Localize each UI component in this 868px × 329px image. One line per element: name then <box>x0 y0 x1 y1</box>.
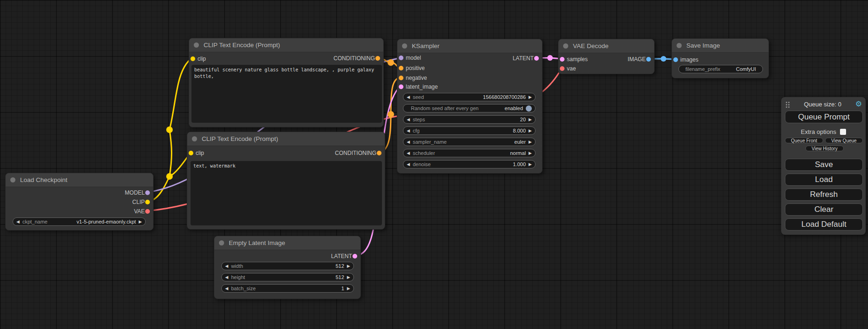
decrement-arrow-icon[interactable]: ◀ <box>407 118 410 122</box>
node-empty-latent-image[interactable]: Empty Latent Image LATENT ◀ width 512 ▶ … <box>214 236 361 299</box>
increment-arrow-icon[interactable]: ▶ <box>347 275 350 280</box>
decrement-arrow-icon[interactable]: ◀ <box>407 129 410 133</box>
node-clip-text-encode-positive[interactable]: CLIP Text Encode (Prompt) clip CONDITION… <box>189 38 384 127</box>
increment-arrow-icon[interactable]: ▶ <box>347 287 350 291</box>
input-slot-latent-image[interactable]: latent_image <box>397 82 542 91</box>
vae-port-icon[interactable] <box>145 209 150 214</box>
collapse-dot-icon[interactable] <box>194 42 199 48</box>
node-title-bar[interactable]: Save Image <box>672 39 769 53</box>
collapse-dot-icon[interactable] <box>10 177 15 182</box>
prompt-textarea[interactable]: text, watermark <box>191 161 382 225</box>
increment-arrow-icon[interactable]: ▶ <box>347 264 350 268</box>
drag-handle-icon[interactable] <box>785 101 790 108</box>
node-title-bar[interactable]: VAE Decode <box>558 39 654 53</box>
prompt-textarea[interactable]: beautiful scenery nature glass bottle la… <box>191 65 382 123</box>
increment-arrow-icon[interactable]: ▶ <box>529 151 532 155</box>
steps-widget[interactable]: ◀ steps 20 ▶ <box>403 115 536 124</box>
extra-options-checkbox[interactable] <box>840 129 846 135</box>
view-queue-button[interactable]: View Queue <box>825 138 863 143</box>
image-port-icon[interactable] <box>646 57 651 62</box>
load-button[interactable]: Load <box>785 174 863 186</box>
decrement-arrow-icon[interactable]: ◀ <box>407 140 410 144</box>
conditioning-port-icon[interactable] <box>375 56 380 61</box>
denoise-widget[interactable]: ◀ denoise 1.000 ▶ <box>403 160 536 168</box>
latent-port-icon[interactable] <box>353 254 357 259</box>
node-title-bar[interactable]: CLIP Text Encode (Prompt) <box>187 132 385 146</box>
increment-arrow-icon[interactable]: ▶ <box>529 140 532 144</box>
node-title-bar[interactable]: Load Checkpoint <box>6 173 153 187</box>
clear-button[interactable]: Clear <box>785 203 863 216</box>
node-clip-text-encode-negative[interactable]: CLIP Text Encode (Prompt) clip CONDITION… <box>187 132 385 230</box>
conditioning-port-icon[interactable] <box>399 66 403 70</box>
increment-arrow-icon[interactable]: ▶ <box>529 95 532 99</box>
cfg-widget[interactable]: ◀ cfg 8.000 ▶ <box>403 126 536 135</box>
output-slot-conditioning[interactable]: CONDITIONING <box>187 148 385 158</box>
input-slot-positive[interactable]: positive <box>397 63 542 73</box>
node-title-bar[interactable]: CLIP Text Encode (Prompt) <box>189 38 383 52</box>
node-ksampler[interactable]: KSampler model positive negative latent_… <box>397 39 543 174</box>
collapse-dot-icon[interactable] <box>563 43 568 49</box>
latent-port-icon[interactable] <box>534 56 539 61</box>
output-slot-latent[interactable]: LATENT <box>214 252 360 261</box>
vae-port-icon[interactable] <box>560 66 565 71</box>
view-history-button[interactable]: View History <box>805 146 844 151</box>
random-seed-toggle-widget[interactable]: Random seed after every gen enabled <box>403 104 536 112</box>
output-slot-vae[interactable]: VAE <box>6 207 153 216</box>
width-widget[interactable]: ◀ width 512 ▶ <box>221 262 354 270</box>
collapse-dot-icon[interactable] <box>402 43 407 49</box>
refresh-button[interactable]: Refresh <box>785 189 863 201</box>
decrement-arrow-icon[interactable]: ◀ <box>16 220 20 224</box>
decrement-arrow-icon[interactable]: ◀ <box>407 95 410 99</box>
decrement-arrow-icon[interactable]: ◀ <box>225 275 228 280</box>
model-port-icon[interactable] <box>145 190 150 195</box>
image-port-icon[interactable] <box>673 57 678 62</box>
collapse-dot-icon[interactable] <box>192 136 197 141</box>
decrement-arrow-icon[interactable]: ◀ <box>407 162 410 167</box>
increment-arrow-icon[interactable]: ▶ <box>139 220 142 224</box>
node-load-checkpoint[interactable]: Load Checkpoint MODEL CLIP VAE ◀ ckpt_na… <box>5 173 154 231</box>
input-slot-vae[interactable]: vae <box>558 64 654 73</box>
reroute-dot-conditioning[interactable] <box>388 111 394 118</box>
save-button[interactable]: Save <box>785 159 863 171</box>
node-title-bar[interactable]: Empty Latent Image <box>214 236 360 250</box>
increment-arrow-icon[interactable]: ▶ <box>529 129 532 133</box>
reroute-dot-image[interactable] <box>661 56 666 62</box>
decrement-arrow-icon[interactable]: ◀ <box>225 287 228 291</box>
filename-prefix-widget[interactable]: filename_prefix ComfyUI <box>678 65 763 73</box>
output-slot-image[interactable]: IMAGE <box>558 55 654 64</box>
collapse-dot-icon[interactable] <box>219 240 224 245</box>
output-slot-model[interactable]: MODEL <box>6 188 153 197</box>
conditioning-port-icon[interactable] <box>377 151 381 155</box>
output-slot-latent[interactable]: LATENT <box>397 54 542 63</box>
increment-arrow-icon[interactable]: ▶ <box>529 162 532 167</box>
gear-icon[interactable]: ⚙ <box>855 100 862 108</box>
load-default-button[interactable]: Load Default <box>785 218 863 231</box>
input-slot-negative[interactable]: negative <box>397 73 542 83</box>
scheduler-widget[interactable]: ◀ scheduler normal ▶ <box>403 149 536 157</box>
clip-port-icon[interactable] <box>145 200 150 204</box>
reroute-dot-conditioning[interactable] <box>388 59 394 66</box>
toggle-circle-icon[interactable] <box>526 105 532 112</box>
sampler-name-widget[interactable]: ◀ sampler_name euler ▶ <box>403 138 536 146</box>
reroute-dot-latent[interactable] <box>547 55 553 61</box>
collapse-dot-icon[interactable] <box>677 43 682 48</box>
input-slot-images[interactable]: images <box>672 55 769 64</box>
reroute-dot-clip[interactable] <box>166 126 173 133</box>
batch-size-widget[interactable]: ◀ batch_size 1 ▶ <box>221 284 354 293</box>
seed-widget[interactable]: ◀ seed 156680208700286 ▶ <box>403 93 536 101</box>
queue-front-button[interactable]: Queue Front <box>785 138 823 143</box>
node-title-bar[interactable]: KSampler <box>397 39 542 53</box>
output-slot-clip[interactable]: CLIP <box>6 197 153 207</box>
ckpt-name-widget[interactable]: ◀ ckpt_name v1-5-pruned-emaonly.ckpt ▶ <box>13 217 146 226</box>
increment-arrow-icon[interactable]: ▶ <box>529 118 532 122</box>
decrement-arrow-icon[interactable]: ◀ <box>225 264 228 268</box>
node-vae-decode[interactable]: VAE Decode samples vae IMAGE <box>558 39 655 74</box>
node-save-image[interactable]: Save Image images filename_prefix ComfyU… <box>671 38 769 78</box>
reroute-dot-clip[interactable] <box>166 173 173 180</box>
conditioning-port-icon[interactable] <box>399 76 403 80</box>
height-widget[interactable]: ◀ height 512 ▶ <box>221 273 354 281</box>
latent-port-icon[interactable] <box>399 84 403 89</box>
decrement-arrow-icon[interactable]: ◀ <box>407 151 410 155</box>
queue-prompt-button[interactable]: Queue Prompt <box>785 111 863 123</box>
output-slot-conditioning[interactable]: CONDITIONING <box>189 54 383 63</box>
